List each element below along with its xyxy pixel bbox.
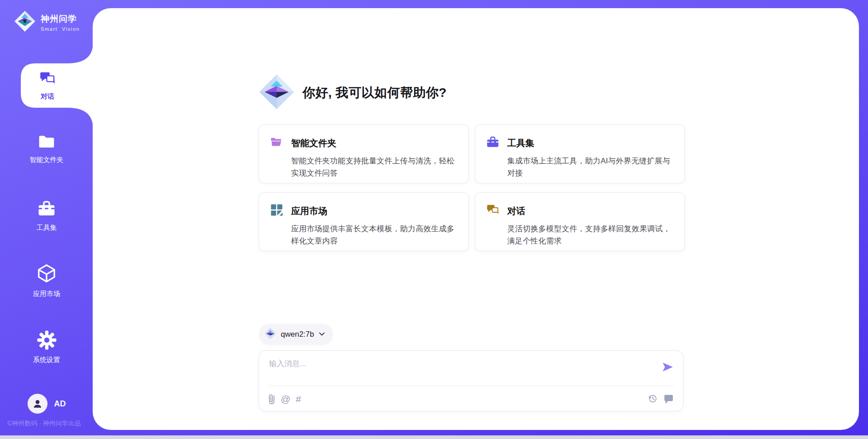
sidebar-item-label: 智能文件夹 (30, 156, 64, 164)
sidebar-item-label: 对话 (41, 92, 54, 101)
sidebar-item-chat[interactable]: 对话 (21, 63, 74, 108)
greeting-block: 你好, 我可以如何帮助你? (259, 75, 685, 111)
chat-bubbles-icon (486, 203, 500, 219)
card-description: 智能文件夹功能支持批量文件上传与清洗，轻松实现文件问答 (291, 155, 458, 179)
history-icon[interactable] (648, 394, 658, 404)
quick-message-icon[interactable] (663, 393, 674, 404)
copyright-footer: ©神州数码 · 神州问学出品 (7, 420, 81, 428)
model-selector[interactable]: qwen2:7b (259, 324, 333, 345)
avatar (28, 394, 47, 414)
card-description: 应用市场提供丰富长文本模板，助力高效生成多样化文章内容 (291, 223, 458, 247)
sidebar-item-label: 应用市场 (33, 290, 60, 298)
cube-icon (36, 262, 57, 286)
brand-name: 神州问学 (41, 13, 80, 25)
sidebar-item-smart-folder[interactable]: 智能文件夹 (0, 133, 93, 164)
main-panel: 你好, 我可以如何帮助你? 智能文件夹 智能文件夹功能支持批量文件上传与清洗，轻… (93, 8, 859, 430)
brand-subtitle: Smart Vision (41, 26, 80, 32)
toolbox-icon (37, 199, 56, 220)
card-toolset[interactable]: 工具集 集成市场上主流工具，助力AI与外界无缝扩展与对接 (475, 124, 685, 183)
user-initials: AD (54, 399, 66, 409)
card-chat[interactable]: 对话 灵活切换多模型文件，支持多样回复效果调试，满足个性化需求 (475, 192, 685, 251)
user-profile[interactable]: AD (0, 394, 93, 414)
message-composer: @ # (259, 350, 684, 411)
sidebar-item-toolset[interactable]: 工具集 (0, 199, 93, 232)
card-smart-folder[interactable]: 智能文件夹 智能文件夹功能支持批量文件上传与清洗，轻松实现文件问答 (259, 124, 469, 183)
card-description: 灵活切换多模型文件，支持多样回复效果调试，满足个性化需求 (507, 223, 674, 247)
card-title: 应用市场 (291, 205, 327, 217)
brand-diamond-icon (14, 10, 36, 34)
bottom-edge-strip (0, 435, 868, 439)
card-title: 智能文件夹 (291, 137, 336, 149)
folder-open-icon (270, 135, 283, 151)
card-title: 对话 (507, 205, 525, 217)
sidebar-item-label: 系统设置 (33, 356, 60, 364)
sidebar-item-settings[interactable]: 系统设置 (0, 330, 93, 364)
sidebar-item-app-market[interactable]: 应用市场 (0, 262, 93, 298)
app-logo-diamond-icon (259, 74, 295, 112)
mention-icon[interactable]: @ (281, 394, 290, 404)
chat-bubbles-icon (39, 70, 56, 89)
feature-cards: 智能文件夹 智能文件夹功能支持批量文件上传与清洗，轻松实现文件问答 (259, 124, 685, 251)
message-input[interactable] (269, 358, 658, 382)
folder-icon (37, 133, 56, 152)
card-description: 集成市场上主流工具，助力AI与外界无缝扩展与对接 (507, 155, 674, 179)
sidebar: 神州问学 Smart Vision 对话 智能文件夹 (0, 0, 93, 439)
model-logo-diamond-icon (264, 328, 276, 341)
card-app-market[interactable]: 应用市场 应用市场提供丰富长文本模板，助力高效生成多样化文章内容 (259, 192, 469, 251)
gear-icon (37, 330, 57, 352)
attachment-icon[interactable] (268, 393, 275, 405)
brand: 神州问学 Smart Vision (14, 10, 80, 34)
greeting-text: 你好, 我可以如何帮助你? (302, 84, 447, 101)
send-icon[interactable] (661, 360, 674, 376)
toolbox-icon (486, 135, 500, 151)
composer-divider (268, 386, 674, 386)
chevron-down-icon (319, 330, 325, 339)
model-name: qwen2:7b (281, 330, 314, 339)
hashtag-icon[interactable]: # (296, 394, 301, 404)
sidebar-item-label: 工具集 (37, 224, 57, 232)
grid-cube-icon (270, 203, 283, 219)
card-title: 工具集 (507, 137, 534, 149)
